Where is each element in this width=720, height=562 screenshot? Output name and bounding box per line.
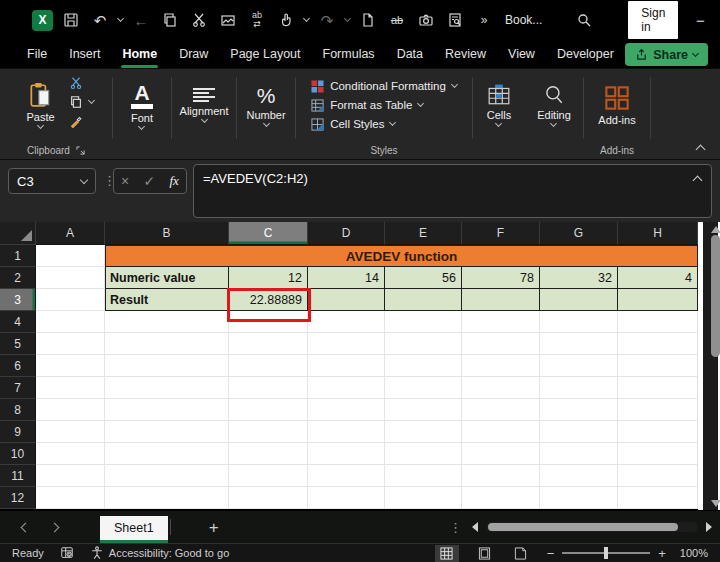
format-as-table-button[interactable]: Format as Table [311, 99, 423, 112]
cell[interactable] [540, 355, 618, 377]
zoom-in-button[interactable]: + [658, 546, 666, 561]
cell[interactable] [618, 421, 698, 443]
cell[interactable] [36, 311, 105, 333]
cell[interactable] [618, 377, 698, 399]
tab-draw[interactable]: Draw [168, 41, 219, 67]
horizontal-scrollbar-thumb[interactable] [488, 523, 678, 531]
cell[interactable] [36, 399, 105, 421]
cell-c2[interactable]: 12 [229, 267, 308, 289]
cell-e2[interactable]: 56 [385, 267, 462, 289]
column-header-a[interactable]: A [36, 222, 105, 245]
select-all-button[interactable] [0, 222, 36, 245]
cell[interactable] [105, 399, 229, 421]
format-painter-icon[interactable] [69, 114, 83, 128]
copy-icon[interactable] [159, 9, 181, 31]
cell[interactable] [308, 421, 385, 443]
cell[interactable] [36, 443, 105, 465]
cell[interactable] [105, 333, 229, 355]
next-sheet-icon[interactable] [50, 522, 60, 532]
cell-h3[interactable] [618, 289, 698, 311]
accessibility-icon[interactable] [90, 546, 104, 560]
cell[interactable] [229, 355, 308, 377]
cell[interactable] [462, 399, 540, 421]
cell[interactable] [308, 311, 385, 333]
cell[interactable] [540, 487, 618, 509]
cell[interactable] [618, 311, 698, 333]
tab-page-layout[interactable]: Page Layout [219, 41, 311, 67]
touch-mode-icon[interactable] [275, 9, 297, 31]
undo-icon[interactable]: ↶ [89, 9, 111, 31]
cell[interactable] [462, 465, 540, 487]
excel-logo-icon[interactable]: X [32, 10, 53, 31]
strikethrough-icon[interactable]: ab [386, 9, 408, 31]
cell[interactable] [462, 487, 540, 509]
cell-e3[interactable] [385, 289, 462, 311]
cell[interactable] [462, 355, 540, 377]
cells-dropdown-icon[interactable] [495, 120, 502, 127]
sign-in-button[interactable]: Sign in [628, 1, 678, 39]
cell[interactable] [229, 399, 308, 421]
cell-b3[interactable]: Result [105, 289, 229, 311]
cancel-icon[interactable]: × [121, 173, 129, 189]
cell[interactable] [105, 465, 229, 487]
cell[interactable] [540, 399, 618, 421]
cell[interactable] [618, 443, 698, 465]
cell[interactable] [229, 443, 308, 465]
addins-button[interactable]: Add-ins [590, 85, 643, 126]
name-box[interactable]: C3 [8, 168, 96, 194]
cell-h2[interactable]: 4 [618, 267, 698, 289]
tab-formulas[interactable]: Formulas [312, 41, 386, 67]
cell[interactable] [308, 355, 385, 377]
font-dropdown-icon[interactable] [138, 122, 145, 129]
column-header-f[interactable]: F [462, 222, 540, 245]
cut-icon[interactable] [188, 9, 210, 31]
cell[interactable] [308, 443, 385, 465]
touch-mode-dropdown-icon[interactable] [303, 15, 310, 22]
share-button[interactable]: Share [625, 43, 708, 66]
tab-file[interactable]: File [16, 41, 58, 67]
cell[interactable] [105, 487, 229, 509]
minimize-button[interactable]: − [678, 0, 720, 40]
cell[interactable] [462, 311, 540, 333]
editing-dropdown-icon[interactable] [550, 120, 557, 127]
formula-input[interactable]: =AVEDEV(C2:H2) [193, 164, 712, 218]
cell[interactable] [618, 333, 698, 355]
row-header-2[interactable]: 2 [0, 267, 36, 289]
more-commands-icon[interactable]: » [473, 9, 495, 31]
cell[interactable] [36, 333, 105, 355]
zoom-slider-handle[interactable] [604, 547, 608, 559]
scroll-right-icon[interactable] [706, 522, 712, 532]
cell-g2[interactable]: 32 [540, 267, 618, 289]
cell[interactable] [618, 465, 698, 487]
collapse-ribbon-icon[interactable] [696, 145, 706, 155]
cell[interactable] [540, 443, 618, 465]
font-button[interactable]: A Font [123, 82, 161, 129]
alignment-dropdown-icon[interactable] [200, 116, 207, 123]
vertical-scrollbar-thumb[interactable] [711, 235, 720, 357]
cell[interactable] [308, 487, 385, 509]
cell[interactable] [105, 355, 229, 377]
cell[interactable] [229, 421, 308, 443]
vertical-scrollbar[interactable] [698, 222, 720, 510]
cell-title-b1-h1[interactable]: AVEDEV function [105, 245, 698, 267]
cell-styles-button[interactable]: Cell Styles [311, 118, 395, 131]
tab-review[interactable]: Review [434, 41, 497, 67]
tab-insert[interactable]: Insert [58, 41, 111, 67]
scroll-left-icon[interactable] [472, 522, 478, 532]
cell[interactable] [105, 443, 229, 465]
previous-sheet-icon[interactable] [21, 522, 31, 532]
cell-c3-result[interactable]: 22.88889 [229, 289, 308, 311]
alignment-button[interactable]: Alignment [172, 88, 237, 122]
cell[interactable] [385, 399, 462, 421]
cell-d3[interactable] [308, 289, 385, 311]
cell[interactable] [229, 311, 308, 333]
conditional-formatting-button[interactable]: Conditional Formatting [311, 80, 457, 93]
row-header-6[interactable]: 6 [0, 355, 36, 377]
column-header-h[interactable]: H [618, 222, 698, 245]
undo-dropdown-icon[interactable] [117, 15, 124, 22]
zoom-out-button[interactable]: − [547, 546, 555, 561]
cell[interactable] [36, 487, 105, 509]
editing-button[interactable]: Editing [529, 84, 579, 126]
cell[interactable] [462, 421, 540, 443]
tab-view[interactable]: View [497, 41, 546, 67]
